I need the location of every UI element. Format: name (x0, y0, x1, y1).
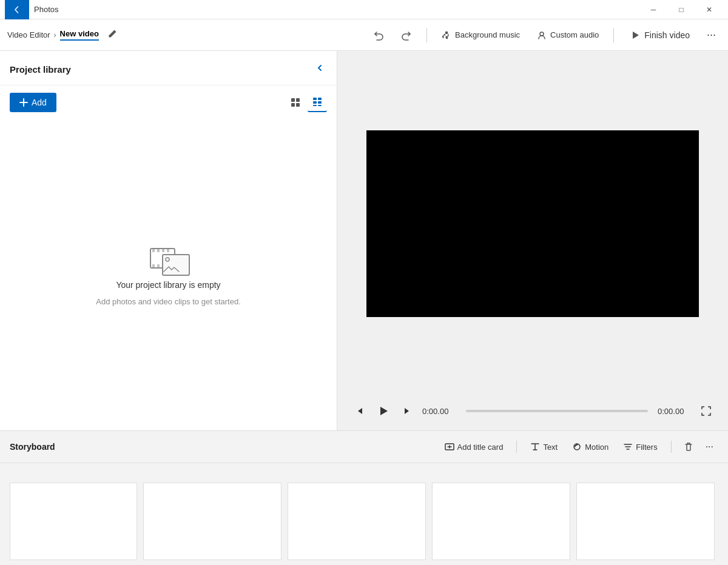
svg-rect-13 (157, 249, 160, 252)
fullscreen-button[interactable] (696, 401, 716, 421)
add-media-button[interactable]: Add (10, 93, 56, 112)
collapse-panel-button[interactable] (312, 61, 327, 78)
svg-rect-2 (296, 98, 300, 102)
play-button[interactable] (374, 401, 393, 421)
svg-rect-1 (291, 98, 295, 102)
back-button[interactable] (5, 0, 29, 19)
time-current: 0:00.00 (422, 407, 456, 416)
project-library-panel: Project library Add (0, 51, 337, 430)
text-label: Text (543, 443, 558, 452)
svg-rect-4 (296, 103, 300, 107)
svg-rect-12 (152, 249, 155, 252)
add-label: Add (32, 98, 47, 107)
breadcrumb-current: New video (60, 29, 99, 41)
custom-audio-label: Custom audio (550, 30, 599, 39)
svg-point-0 (540, 32, 544, 36)
clip-item-2[interactable] (143, 483, 281, 560)
svg-rect-7 (313, 101, 317, 104)
clip-item-3[interactable] (288, 483, 426, 560)
clip-item-1[interactable] (10, 483, 137, 560)
app-title: Photos (34, 5, 58, 14)
add-title-card-button[interactable]: Add title card (439, 439, 510, 455)
redo-button[interactable] (394, 26, 419, 44)
rename-icon[interactable] (107, 29, 117, 41)
svg-rect-9 (313, 105, 317, 106)
library-title: Project library (10, 64, 312, 75)
background-music-button[interactable]: Background music (434, 27, 527, 44)
clip-item-5[interactable] (576, 483, 715, 560)
storyboard-actions: Add title card Text Motion (439, 437, 718, 456)
skip-back-button[interactable] (349, 401, 369, 421)
delete-clip-button[interactable] (679, 437, 698, 456)
storyboard-more-button[interactable]: ··· (701, 439, 718, 455)
storyboard-title: Storyboard (10, 442, 55, 452)
breadcrumb-parent[interactable]: Video Editor (7, 30, 50, 39)
finish-video-button[interactable]: Finish video (621, 27, 699, 44)
titlebar: Photos ─ □ ✕ (0, 0, 728, 19)
preview-panel: 0:00.00 0:00.00 (337, 51, 728, 430)
video-area (337, 51, 728, 396)
storyboard-sep-2 (671, 441, 672, 453)
custom-audio-button[interactable]: Custom audio (530, 27, 606, 44)
breadcrumb: Video Editor › New video (7, 29, 117, 41)
empty-state-subtitle: Add photos and video clips to get starte… (96, 297, 241, 306)
clip-item-4[interactable] (432, 483, 570, 560)
finish-video-label: Finish video (644, 30, 690, 40)
progress-bar[interactable] (466, 410, 648, 412)
window-controls: ─ □ ✕ (639, 0, 723, 19)
add-title-card-label: Add title card (457, 443, 504, 452)
svg-rect-17 (157, 264, 160, 268)
library-empty-state: Your project library is empty Add photos… (0, 119, 337, 430)
view-toggle (286, 93, 327, 112)
storyboard-header: Storyboard Add title card Text (0, 431, 728, 463)
library-toolbar: Add (0, 85, 337, 119)
storyboard-sep-1 (516, 441, 517, 453)
breadcrumb-separator: › (54, 31, 56, 39)
undo-button[interactable] (366, 26, 391, 44)
motion-label: Motion (585, 443, 608, 452)
background-music-label: Background music (455, 30, 520, 39)
toolbar: Video Editor › New video Ba (0, 19, 728, 51)
minimize-button[interactable]: ─ (639, 0, 667, 19)
text-button[interactable]: Text (524, 439, 564, 455)
svg-rect-6 (318, 98, 322, 100)
toolbar-actions: Background music Custom audio Finish vid… (366, 26, 721, 44)
empty-state-icon (149, 244, 188, 273)
svg-rect-8 (318, 101, 322, 104)
separator-2 (613, 28, 614, 42)
svg-rect-5 (313, 98, 317, 100)
list-view-button[interactable] (308, 93, 327, 112)
svg-rect-3 (291, 103, 295, 107)
time-total: 0:00.00 (658, 407, 692, 416)
svg-rect-16 (152, 264, 155, 268)
svg-rect-15 (167, 249, 169, 252)
storyboard-clips (0, 463, 728, 565)
grid-view-button[interactable] (286, 93, 305, 112)
video-player[interactable] (366, 130, 699, 317)
svg-rect-10 (318, 105, 322, 106)
svg-rect-14 (162, 249, 164, 252)
player-controls: 0:00.00 0:00.00 (337, 396, 728, 430)
motion-button[interactable]: Motion (566, 439, 615, 455)
filters-label: Filters (636, 443, 657, 452)
main-content: Project library Add (0, 51, 728, 430)
separator-1 (426, 28, 427, 42)
filters-button[interactable]: Filters (617, 439, 663, 455)
storyboard: Storyboard Add title card Text (0, 430, 728, 565)
close-button[interactable]: ✕ (695, 0, 723, 19)
skip-forward-button[interactable] (398, 401, 417, 421)
maximize-button[interactable]: □ (667, 0, 695, 19)
empty-state-title: Your project library is empty (116, 280, 220, 290)
library-header: Project library (0, 51, 337, 85)
toolbar-more-button[interactable]: ··· (702, 26, 721, 44)
